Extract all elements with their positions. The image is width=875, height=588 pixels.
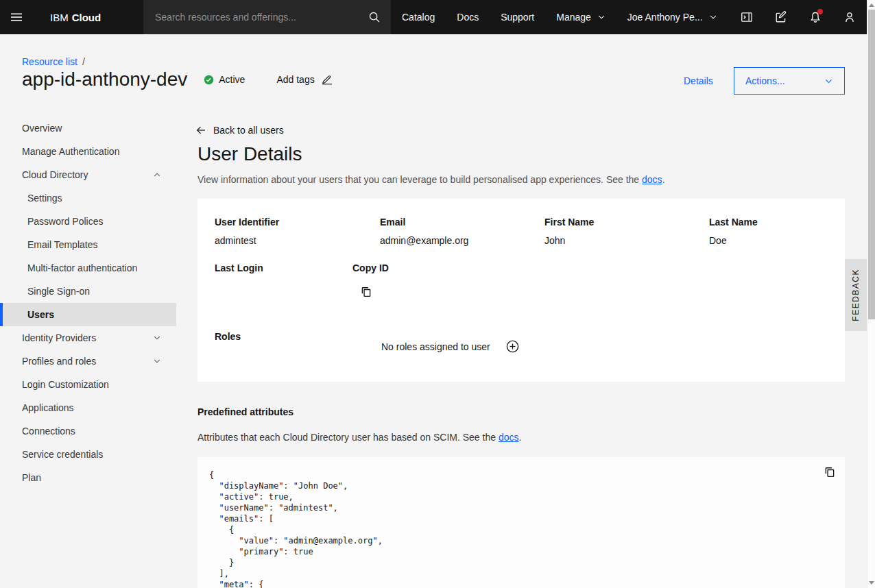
back-link-label: Back to all users [213,125,284,136]
chevron-up-icon [153,171,161,179]
nav-docs-label: Docs [457,12,479,23]
feedback-tab[interactable]: FEEDBACK [845,259,867,331]
header-search [143,0,391,34]
sidebar-item-users[interactable]: Users [0,303,176,326]
scroll-down-arrow-icon[interactable] [869,581,874,585]
field-label-last-name: Last Name [709,217,758,228]
add-role-button[interactable] [506,340,519,353]
sidebar-item-label: Cloud Directory [22,169,88,180]
notification-dot [817,9,823,14]
field-value-email: admin@example.org [380,235,468,246]
sidebar-item-label: Settings [27,193,62,204]
sidebar-item-settings[interactable]: Settings [0,186,176,210]
status-badge: Active [204,74,245,85]
actions-dropdown[interactable]: Actions... [734,67,845,95]
ibm-cloud-logo[interactable]: IBM Cloud [33,0,143,34]
sidebar-nav: Overview Manage Authentication Cloud Dir… [0,117,176,489]
nav-docs[interactable]: Docs [446,0,490,34]
sidebar-item-connections[interactable]: Connections [0,419,176,443]
predefined-attributes-title: Predefined attributes [197,406,293,417]
page-title-row: app-id-anthony-dev Active Add tags [22,69,333,90]
field-value-first-name: John [544,235,565,246]
breadcrumb-separator: / [82,56,85,67]
sidebar-item-login-customization[interactable]: Login Customization [0,373,176,396]
nav-support-label: Support [501,12,534,23]
user-details-card: User Identifier Email First Name Last Na… [197,199,845,382]
field-label-email: Email [380,217,405,228]
web-terminal-button[interactable] [730,0,764,34]
nav-catalog[interactable]: Catalog [391,0,446,34]
docs-link[interactable]: docs [499,432,519,443]
sidebar-item-label: Users [27,309,54,320]
chevron-down-icon [153,357,161,365]
vertical-scrollbar[interactable] [867,0,875,588]
hamburger-menu-button[interactable] [0,0,33,34]
sidebar-item-label: Profiles and roles [22,356,96,367]
chevron-down-icon [824,77,833,86]
sidebar-item-email-templates[interactable]: Email Templates [0,233,176,256]
brand-name: Cloud [72,12,101,23]
chevron-down-icon [153,334,161,342]
back-to-all-users-link[interactable]: Back to all users [195,125,284,136]
nav-catalog-label: Catalog [402,12,435,23]
sidebar-item-service-credentials[interactable]: Service credentials [0,443,176,466]
sidebar-item-label: Overview [22,123,62,134]
search-icon[interactable] [368,11,381,23]
status-label: Active [219,74,245,85]
chevron-down-icon [709,13,717,21]
predefined-description-suffix: . [518,432,521,443]
sidebar-item-label: Identity Providers [22,332,96,343]
sidebar-item-plan[interactable]: Plan [0,466,176,489]
field-value-user-identifier: admintest [215,235,256,246]
add-tags-label: Add tags [276,74,314,85]
sidebar-item-profiles-and-roles[interactable]: Profiles and roles [0,350,176,373]
nav-manage-dropdown[interactable]: Manage [545,0,616,34]
copy-code-button[interactable] [824,466,836,478]
copy-icon [824,466,836,478]
sidebar-item-label: Connections [22,426,75,437]
arrow-left-icon [195,125,206,136]
scroll-up-arrow-icon[interactable] [869,3,874,7]
copy-id-button[interactable] [360,286,372,298]
edit-icon [775,11,787,23]
notifications-button[interactable] [798,0,832,34]
field-label-copy-id: Copy ID [352,262,389,273]
edit-pencil-icon [322,74,333,85]
section-title: User Details [197,143,302,166]
hamburger-icon [10,10,23,24]
copy-icon [360,286,372,298]
scrollbar-thumb[interactable] [868,10,875,319]
sidebar-item-applications[interactable]: Applications [0,396,176,419]
sidebar-item-single-sign-on[interactable]: Single Sign-on [0,280,176,303]
roles-empty-text: No roles assigned to user [381,341,490,352]
details-link[interactable]: Details [684,75,713,86]
breadcrumb: Resource list / [22,56,85,67]
sidebar-item-label: Plan [22,472,41,483]
breadcrumb-resource-list[interactable]: Resource list [22,56,77,67]
code-content: { "displayName": "John Doe", "active": t… [209,469,383,588]
chevron-down-icon [597,13,606,21]
sidebar-item-label: Login Customization [22,379,109,390]
search-input[interactable] [155,12,368,23]
sidebar-item-label: Password Polices [27,216,104,227]
field-value-last-name: Doe [709,235,727,246]
sidebar-item-cloud-directory[interactable]: Cloud Directory [0,163,176,186]
field-label-last-login: Last Login [215,262,263,273]
sidebar-item-password-polices[interactable]: Password Polices [0,210,176,233]
user-account-dropdown[interactable]: Joe Anthony Pe... [616,0,728,34]
brand-prefix: IBM [50,12,69,23]
sidebar-item-label: Multi-factor authentication [27,262,137,273]
edit-feedback-button[interactable] [764,0,798,34]
nav-support[interactable]: Support [490,0,545,34]
sidebar-item-identity-providers[interactable]: Identity Providers [0,326,176,350]
sidebar-item-manage-authentication[interactable]: Manage Authentication [0,140,176,163]
add-tags-button[interactable]: Add tags [276,74,332,85]
field-label-user-identifier: User Identifier [215,217,279,228]
user-account-label: Joe Anthony Pe... [627,12,703,23]
field-label-first-name: First Name [544,217,594,228]
docs-link[interactable]: docs [642,174,662,185]
sidebar-item-label: Single Sign-on [27,286,90,297]
profile-button[interactable] [832,0,867,34]
sidebar-item-multi-factor-authentication[interactable]: Multi-factor authentication [0,256,176,280]
sidebar-item-overview[interactable]: Overview [0,117,176,140]
